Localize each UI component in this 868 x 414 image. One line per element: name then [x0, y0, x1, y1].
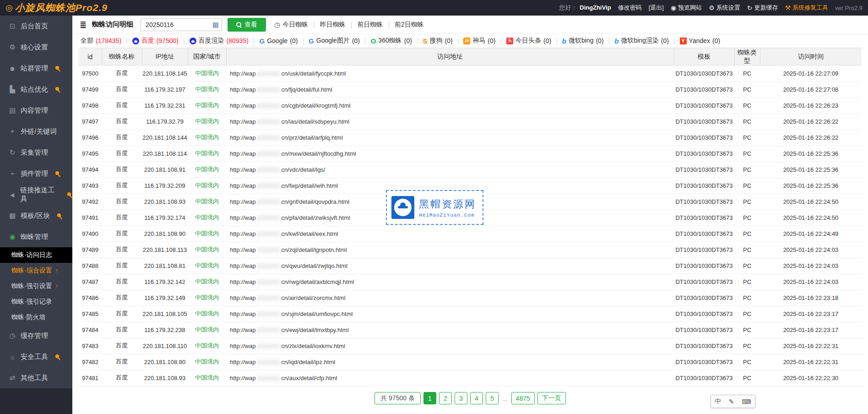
sidebar-item-dashboard[interactable]: ⊡后台首页: [0, 16, 72, 37]
filter-count: (178435): [96, 37, 121, 44]
sidebar-subitem-spider-visit-log[interactable]: 蜘蛛·访问日志: [0, 247, 72, 263]
visit-url: http://wapcn/sjm/detail/umfiovpc.html: [226, 306, 674, 322]
sidebar-item-security-tools[interactable]: ☼安全工具: [0, 346, 72, 367]
template: DT1030/1030DT3673: [674, 258, 734, 274]
spider-type: PC: [734, 322, 760, 338]
region: 中国境内: [188, 146, 226, 162]
ime-toolbar[interactable]: 中 ✎ ⌨: [711, 395, 755, 408]
table-row: 97481百度220.181.108.93中国境内http://wapcn/au…: [79, 370, 862, 386]
filter-baidu[interactable]: 百度(97500): [132, 37, 179, 45]
date-input[interactable]: [141, 18, 222, 31]
ip-address: 220.181.108.144: [142, 130, 188, 146]
filter-count: (0): [404, 37, 412, 44]
filter-bing[interactable]: b微软bing(0): [562, 37, 604, 45]
redacted-domain: [256, 199, 280, 205]
filter-google-images[interactable]: GGoogle图片(0): [309, 37, 360, 45]
sidebar-item-link-push-tools[interactable]: ◄链接推送工具: [0, 184, 72, 205]
sidebar-item-core-settings[interactable]: ⚙核心设置: [0, 37, 72, 58]
page-button-5[interactable]: 5: [486, 392, 499, 404]
filter-label: Google图片: [316, 37, 350, 45]
quick-link-0[interactable]: ◷今日蜘蛛: [274, 21, 308, 29]
page-button-3[interactable]: 3: [455, 392, 467, 404]
ime-keyboard-icon[interactable]: ⌨: [742, 398, 751, 405]
visit-time: 2025-01-16 22:25:36: [760, 178, 862, 194]
filter-yandex[interactable]: YYandex(0): [680, 37, 721, 44]
table-row: 97485百度220.181.108.105中国境内http://wapcn/s…: [79, 306, 862, 322]
visit-url: http://wapcn/ias/detail/sdspeyu.html: [226, 114, 674, 130]
spider-name: 百度: [102, 65, 142, 82]
sidebar-item-site-optimize[interactable]: ▙站点优化: [0, 79, 72, 100]
table-row: 97495百度220.181.108.114中国境内http://wapcn/m…: [79, 146, 862, 162]
filter-360-spider[interactable]: O360蜘蛛(0): [371, 37, 412, 45]
url-path: cn/fwp/detail/wih.html: [281, 182, 338, 189]
page-button-2[interactable]: 2: [439, 392, 452, 404]
url-prefix: http://wap: [230, 118, 255, 125]
url-prefix: http://wap: [230, 134, 255, 141]
sidebar-item-plugin-manage[interactable]: ⌁插件管理: [0, 163, 72, 184]
bing-icon: b: [614, 37, 618, 45]
redacted-domain: [256, 135, 280, 141]
url-path: cn/zql/detail/lgnpotn.html: [281, 246, 347, 253]
sidebar-item-collect-manage[interactable]: ↻采集管理: [0, 142, 72, 163]
ime-lang-indicator[interactable]: 中: [715, 398, 721, 406]
sidebar-item-label: 核心设置: [21, 43, 48, 52]
sidebar-item-other-tools[interactable]: ⇄其他工具: [0, 367, 72, 388]
sidebar-subitem-label: 蜘蛛·防火墙: [11, 313, 46, 321]
spider-type: PC: [734, 130, 760, 146]
page-button-1[interactable]: 1: [423, 392, 436, 404]
ip-address: 116.179.32.231: [142, 98, 188, 114]
page-button-4[interactable]: 4: [470, 392, 483, 404]
view-button[interactable]: 查看: [228, 18, 266, 32]
filter-shenma[interactable]: 神神马(0): [463, 37, 495, 45]
spider-name: 百度: [102, 162, 142, 178]
filter-google[interactable]: GGoogle(0): [260, 37, 298, 45]
filter-toutiao[interactable]: 头今日头条(0): [506, 37, 551, 45]
quick-link-1[interactable]: 昨日蜘蛛: [320, 21, 346, 29]
sidebar-item-cache-manage[interactable]: ◷缓存管理: [0, 325, 72, 346]
sidebar-subitem-spider-general-settings[interactable]: 蜘蛛·综合设置↑: [0, 263, 72, 278]
quick-link-3[interactable]: 前2日蜘蛛: [395, 21, 424, 29]
spider-type: PC: [734, 194, 760, 210]
gear-icon: ⚙: [8, 43, 16, 51]
spider-type: PC: [734, 338, 760, 354]
quick-link-2[interactable]: 前日蜘蛛: [357, 21, 383, 29]
region: 中国境内: [188, 354, 226, 370]
ip-address: 220.181.108.93: [142, 370, 188, 386]
filter-sogou[interactable]: S搜狗(0): [423, 37, 452, 45]
logout-link[interactable]: [退出]: [649, 4, 664, 12]
sidebar-item-templates-blocks[interactable]: ▦模板/区块: [0, 205, 72, 226]
visit-url: http://wapcn/qwu/detail/zwjtqo.html: [226, 258, 674, 274]
system-repair-tools-link[interactable]: ⚒系统修复工具: [785, 4, 828, 12]
sidebar-subitem-spider-firewall[interactable]: 蜘蛛·防火墙: [0, 310, 72, 325]
column-header: 国家/城市: [188, 48, 226, 65]
sidebar-item-spider-manage[interactable]: ◉蜘蛛管理: [0, 226, 72, 247]
sidebar-subitem-spider-force-records[interactable]: 蜘蛛·强引记录: [0, 294, 72, 310]
sidebar-item-content-manage[interactable]: ▤内容管理: [0, 100, 72, 121]
change-password-link[interactable]: 修改密码: [618, 4, 642, 12]
filter-baidu-render[interactable]: 百度渲染(80935): [190, 37, 249, 45]
monitor-icon: ⊡: [8, 22, 16, 30]
spider-name: 百度: [102, 114, 142, 130]
next-page-button[interactable]: 下一页: [537, 392, 566, 404]
update-cache-link[interactable]: ↻更新缓存: [747, 4, 778, 12]
separator: |: [351, 21, 353, 28]
ip-address: 116.179.32.197: [142, 82, 188, 98]
filter-all[interactable]: 全部(178435): [81, 37, 121, 45]
filter-bing-render[interactable]: b微软bing渲染(0): [614, 37, 669, 45]
ime-pen-icon[interactable]: ✎: [729, 398, 734, 405]
preview-site-link[interactable]: ◉预览网站: [671, 4, 702, 12]
system-settings-link[interactable]: ⚙系统设置: [709, 4, 740, 12]
table-row: 97486百度116.179.32.149中国境内http://wapcn/ai…: [79, 290, 862, 306]
sidebar-item-links-keywords[interactable]: ⌖外链/关键词: [0, 121, 72, 142]
ip-address: 220.181.108.110: [142, 338, 188, 354]
redacted-domain: [256, 231, 280, 237]
timer-icon: ◷: [274, 21, 280, 29]
sidebar-item-site-group[interactable]: ☻站群管理: [0, 58, 72, 79]
page-button-last[interactable]: 4875: [511, 392, 535, 404]
region: 中国境内: [188, 290, 226, 306]
template: DT1030/1030DT3673: [674, 354, 734, 370]
grid-icon: ▦: [8, 212, 16, 220]
region: 中国境内: [188, 242, 226, 258]
calendar-icon[interactable]: ▦: [212, 21, 219, 29]
sidebar-subitem-spider-force-settings[interactable]: 蜘蛛·强引设置↑: [0, 278, 72, 294]
